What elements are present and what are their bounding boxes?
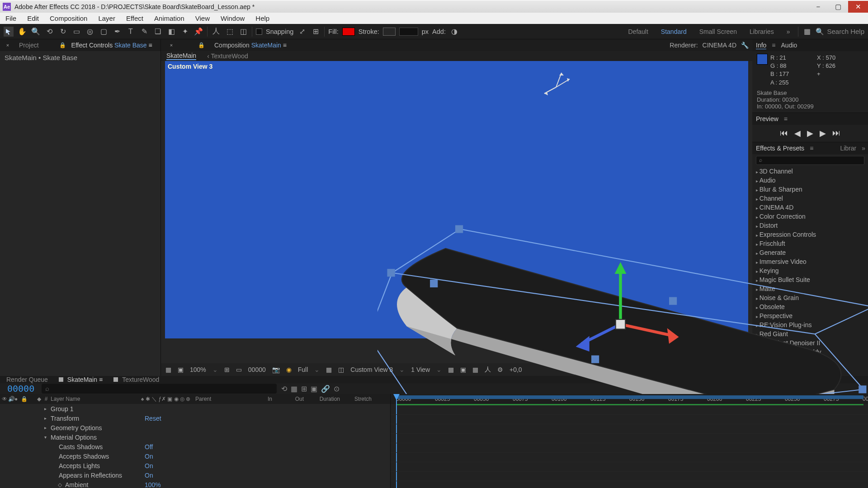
property-row[interactable]: Casts ShadowsOff — [0, 442, 390, 451]
col-out[interactable]: Out — [272, 396, 304, 402]
effect-category[interactable]: Audio — [752, 176, 868, 185]
effect-category[interactable]: Blur & Sharpen — [752, 185, 868, 194]
tl-icon-5[interactable]: 🔗 — [321, 385, 330, 393]
vb-icon3[interactable]: ▦ — [472, 366, 478, 373]
stroke-width-field[interactable] — [399, 28, 418, 36]
menu-file[interactable]: File — [0, 13, 22, 24]
effect-category[interactable]: Matte — [752, 284, 868, 293]
vb-icon5[interactable]: ⚙ — [497, 366, 503, 373]
tab-render-queue[interactable]: Render Queue — [6, 376, 48, 383]
close-button[interactable]: ✕ — [848, 1, 868, 13]
play-icon[interactable]: ▶ — [807, 128, 813, 138]
effects-list[interactable]: 3D Channel Audio Blur & Sharpen Channel … — [752, 167, 868, 376]
timeline-tracks[interactable]: 0000000025000500007500100001250015000175… — [391, 394, 868, 488]
resolution-icon[interactable]: ⊞ — [224, 366, 230, 373]
effect-category[interactable]: Color Correction — [752, 212, 868, 221]
rotate-tool-icon[interactable]: ↻ — [58, 27, 68, 37]
snapping-checkbox[interactable] — [256, 28, 262, 35]
menu-help[interactable]: Help — [250, 13, 275, 24]
time-display[interactable]: 00000 — [248, 366, 266, 373]
pan-behind-tool-icon[interactable]: ◎ — [85, 27, 95, 37]
col-dur[interactable]: Duration — [304, 396, 340, 402]
clone-tool-icon[interactable]: ❏ — [153, 27, 163, 37]
lock-icon[interactable]: 🔒 — [58, 40, 68, 50]
workspace-more-icon[interactable]: » — [782, 28, 795, 35]
toolbar-icon1[interactable]: ▦ — [802, 27, 812, 37]
property-row[interactable]: ▸TransformReset — [0, 413, 390, 423]
property-row[interactable]: Accepts ShadowsOn — [0, 451, 390, 461]
menu-composition[interactable]: Composition — [44, 13, 93, 24]
tl-icon-6[interactable]: ⊙ — [334, 385, 340, 393]
axis-world-icon[interactable]: ⬚ — [225, 27, 235, 37]
property-row[interactable]: ▾Material Options — [0, 432, 390, 442]
property-row[interactable]: ◇Ambient100% — [0, 480, 390, 488]
selection-tool-icon[interactable] — [4, 27, 14, 37]
current-time-field[interactable]: 00000 — [0, 383, 42, 394]
effect-category[interactable]: Red Giant LUT Buddy — [752, 347, 868, 357]
search-help-field[interactable]: Search Help — [827, 28, 864, 35]
effect-category[interactable]: CINEMA 4D — [752, 203, 868, 212]
tl-icon-1[interactable]: ⟲ — [281, 385, 287, 393]
effect-category[interactable]: Noise & Grain — [752, 293, 868, 302]
effect-category[interactable]: Channel — [752, 194, 868, 203]
effect-category[interactable]: Distort — [752, 221, 868, 230]
tab-skatemain[interactable]: SkateMain ≡ — [59, 376, 103, 383]
snap-opt2-icon[interactable]: ⊞ — [311, 27, 321, 37]
project-tab[interactable]: Project — [16, 40, 42, 50]
hand-tool-icon[interactable]: ✋ — [17, 27, 27, 37]
channels-icon[interactable]: ◉ — [286, 366, 292, 373]
first-frame-icon[interactable]: ⏮ — [780, 128, 788, 138]
brush-tool-icon[interactable]: ✎ — [139, 27, 149, 37]
tl-icon-4[interactable]: ▣ — [311, 385, 317, 393]
workspace-default[interactable]: Default — [624, 28, 653, 35]
lock-icon[interactable]: 🔒 — [196, 40, 206, 50]
axis-view-icon[interactable]: ◫ — [238, 27, 248, 37]
property-row[interactable]: ▸Geometry Options — [0, 423, 390, 432]
alpha-icon[interactable]: ▦ — [165, 366, 171, 373]
next-frame-icon[interactable]: ▶ — [820, 128, 826, 138]
property-row[interactable]: ▸Group 1 — [0, 404, 390, 413]
property-row[interactable]: Accepts LightsOn — [0, 461, 390, 470]
panel-close-icon[interactable]: × — [166, 40, 176, 50]
effect-category[interactable]: Keying — [752, 266, 868, 275]
orbit-tool-icon[interactable]: ⟲ — [44, 27, 54, 37]
col-layername[interactable]: Layer Name — [51, 396, 141, 402]
last-frame-icon[interactable]: ⏭ — [832, 128, 840, 138]
property-row[interactable]: Appears in ReflectionsOn — [0, 470, 390, 480]
col-stretch[interactable]: Stretch — [340, 396, 372, 402]
zoom-dropdown[interactable]: 100% — [190, 366, 206, 373]
menu-effect[interactable]: Effect — [121, 13, 149, 24]
timeline-search-field[interactable]: ⌕ — [42, 384, 277, 394]
composition-viewport[interactable]: Custom View 3 — [161, 61, 752, 363]
effects-search-field[interactable]: ⌕ — [756, 156, 864, 165]
resolution-dropdown[interactable]: Full — [298, 366, 308, 373]
effect-category[interactable]: Immersive Video — [752, 257, 868, 266]
col-vis-icon[interactable]: 👁 — [2, 396, 6, 402]
tabs-overflow-icon[interactable]: » — [862, 145, 868, 152]
tab-texturewood[interactable]: TextureWood — [113, 376, 159, 383]
menu-window[interactable]: Window — [215, 13, 250, 24]
exposure-value[interactable]: +0,0 — [509, 366, 522, 373]
tl-icon-2[interactable]: ▦ — [291, 385, 297, 393]
pen-tool-icon[interactable]: ✒ — [112, 27, 122, 37]
renderer-value[interactable]: CINEMA 4D — [703, 42, 736, 49]
axis-local-icon[interactable]: 人 — [211, 27, 221, 37]
preview-tab[interactable]: Preview — [756, 115, 778, 122]
effect-category[interactable]: Frischluft — [752, 239, 868, 248]
effect-category[interactable]: RG Trapcode — [752, 366, 868, 375]
composition-tab[interactable]: Composition SkateMain ≡ — [214, 42, 287, 49]
effect-category[interactable]: 3D Channel — [752, 167, 868, 176]
fill-swatch[interactable] — [342, 28, 355, 36]
nviews-dropdown[interactable]: 1 View — [411, 366, 430, 373]
vb-icon4[interactable]: 人 — [485, 366, 491, 374]
effects-presets-tab[interactable]: Effects & Presets — [756, 145, 804, 152]
add-dropdown-icon[interactable]: ◑ — [449, 27, 459, 37]
view-dropdown[interactable]: Custom View 3 — [350, 366, 393, 373]
workspace-small[interactable]: Small Screen — [695, 28, 741, 35]
info-tab[interactable]: Info — [756, 42, 766, 49]
mask-icon[interactable]: ◫ — [338, 366, 344, 373]
effect-category[interactable]: Red Giant — [752, 329, 868, 338]
rect-tool-icon[interactable]: ▢ — [99, 27, 108, 37]
puppet-tool-icon[interactable]: 📌 — [193, 27, 203, 37]
effect-category[interactable]: Expression Controls — [752, 230, 868, 239]
